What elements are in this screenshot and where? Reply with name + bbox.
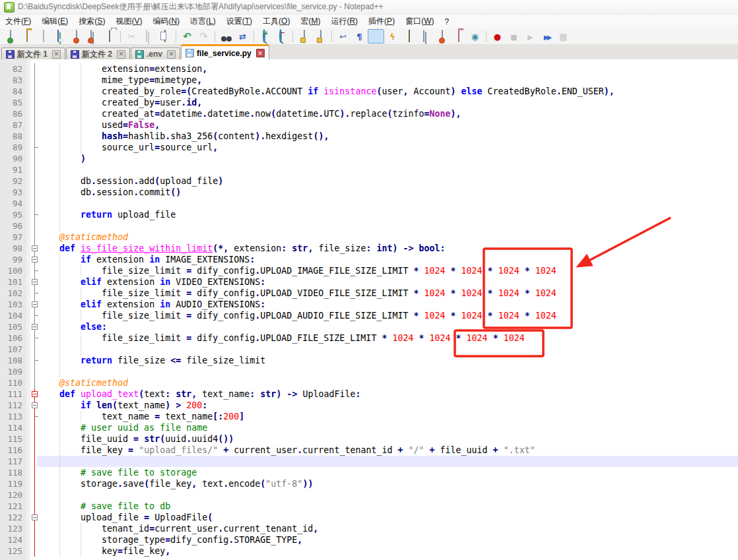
code-line[interactable]: text_name = text_name[:200] bbox=[38, 411, 244, 422]
menu-item-9[interactable]: 运行(R) bbox=[325, 14, 363, 29]
menu-item-5[interactable]: 语言(L) bbox=[185, 14, 221, 29]
fold-collapse-box[interactable] bbox=[32, 257, 38, 263]
code-line[interactable]: # save file to db bbox=[38, 501, 170, 512]
tab-close-icon[interactable]: ✕ bbox=[117, 50, 125, 59]
code-line[interactable]: created_by=user.id, bbox=[38, 97, 202, 108]
tab--2[interactable]: 新文件 2✕ bbox=[66, 47, 130, 60]
fold-collapse-box[interactable] bbox=[32, 324, 38, 330]
open-folder-button[interactable] bbox=[18, 29, 35, 44]
code-line[interactable]: created_at=datetime.datetime.now(datetim… bbox=[38, 108, 461, 119]
code-line[interactable]: @staticmethod bbox=[38, 377, 128, 389]
indent-guide-button[interactable] bbox=[368, 29, 384, 44]
menu-item-12[interactable]: ? bbox=[439, 15, 454, 28]
line-number: 112 bbox=[0, 400, 22, 411]
code-line[interactable]: elif extension in VIDEO_EXTENSIONS: bbox=[38, 276, 265, 288]
fold-collapse-box[interactable] bbox=[32, 402, 38, 408]
show-all-chars-button[interactable]: ¶ bbox=[351, 29, 368, 44]
code-line[interactable]: else: bbox=[38, 321, 107, 332]
open-folder-icon bbox=[26, 30, 28, 42]
menu-item-4[interactable]: 编码(N) bbox=[147, 14, 185, 29]
tab-close-icon[interactable]: ✕ bbox=[256, 49, 265, 57]
code-line[interactable]: upload_file = UploadFile( bbox=[38, 512, 213, 523]
tab-.env[interactable]: .env✕ bbox=[131, 47, 180, 60]
menu-item-1[interactable]: 编辑(E) bbox=[36, 14, 73, 29]
code-line[interactable]: created_by_role=(CreatedByRole.ACCOUNT i… bbox=[38, 86, 615, 97]
run-script-button[interactable] bbox=[434, 29, 450, 44]
menu-item-2[interactable]: 搜索(S) bbox=[73, 14, 110, 29]
menu-item-0[interactable]: 文件(F) bbox=[0, 14, 36, 29]
code-line[interactable]: mime_type=mimetype, bbox=[38, 75, 202, 86]
menu-item-8[interactable]: 宏(M) bbox=[295, 14, 325, 29]
code-line[interactable]: key=file_key, bbox=[38, 545, 170, 557]
doc-switcher-button[interactable] bbox=[417, 29, 434, 44]
code-line[interactable]: db.session.add(upload_file) bbox=[38, 175, 223, 187]
line-number: 92 bbox=[0, 175, 22, 187]
code-line[interactable]: elif extension in AUDIO_EXTENSIONS: bbox=[38, 299, 265, 310]
macro-run-multiple-button[interactable]: ▶▶ bbox=[539, 29, 555, 44]
tab-label: file_service.py bbox=[197, 49, 252, 58]
code-line[interactable]: # save file to storage bbox=[38, 467, 197, 478]
menu-item-10[interactable]: 插件(P) bbox=[363, 14, 400, 29]
code-line[interactable]: # user uuid as file name bbox=[38, 422, 207, 433]
tab-close-icon[interactable]: ✕ bbox=[167, 50, 176, 59]
function-list-button[interactable]: ϟ bbox=[384, 29, 401, 44]
menu-item-11[interactable]: 窗口(W) bbox=[400, 14, 439, 29]
replace-button[interactable]: ⇄ bbox=[234, 29, 251, 44]
close-button[interactable] bbox=[68, 29, 84, 44]
save-all-button[interactable] bbox=[51, 29, 68, 44]
code-line[interactable]: extension=extension, bbox=[38, 63, 207, 75]
macro-record-icon: ● bbox=[494, 30, 501, 42]
code-line[interactable]: hash=hashlib.sha3_256(content).hexdigest… bbox=[38, 131, 329, 142]
fold-collapse-box[interactable] bbox=[32, 514, 38, 520]
fold-collapse-box[interactable] bbox=[32, 391, 38, 397]
zoom-in-button[interactable]: + bbox=[257, 29, 273, 44]
tab-close-icon[interactable]: ✕ bbox=[52, 50, 61, 59]
monitoring-button[interactable]: ◉ bbox=[467, 29, 483, 44]
code-line[interactable]: def is_file_size_within_limit(*, extensi… bbox=[38, 243, 446, 254]
code-line[interactable]: if len(text_name) > 200: bbox=[38, 400, 207, 411]
code-line[interactable]: return upload_file bbox=[38, 209, 176, 220]
close-all-button[interactable] bbox=[84, 29, 101, 44]
code-line[interactable]: file_key = "upload_files/" + current_use… bbox=[38, 445, 535, 456]
word-wrap-button[interactable]: ↩ bbox=[335, 29, 351, 44]
code-line[interactable]: def upload_text(text: str, text_name: st… bbox=[38, 389, 361, 400]
code-line[interactable]: @staticmethod bbox=[38, 232, 128, 243]
menu-item-7[interactable]: 工具(O) bbox=[257, 14, 295, 29]
code-editor[interactable]: 82 extension=extension,83 mime_type=mime… bbox=[0, 59, 738, 560]
code-line[interactable]: return file_size <= file_size_limit bbox=[38, 355, 265, 366]
code-line[interactable]: ) bbox=[38, 153, 86, 164]
code-line[interactable]: tenant_id=current_user.current_tenant_id… bbox=[38, 523, 318, 534]
new-file-button[interactable] bbox=[2, 29, 18, 44]
code-line[interactable]: db.session.commit() bbox=[38, 187, 181, 198]
sync-scroll-v-button[interactable] bbox=[296, 29, 312, 44]
fold-line bbox=[34, 377, 35, 389]
sync-scroll-h-button[interactable] bbox=[312, 29, 329, 44]
code-line[interactable]: source_url=source_url, bbox=[38, 142, 218, 153]
fold-collapse-box[interactable] bbox=[32, 245, 38, 251]
macro-record-button[interactable]: ● bbox=[489, 29, 506, 44]
folder-workspace-button[interactable] bbox=[450, 29, 467, 44]
code-line[interactable]: file_uuid = str(uuid.uuid4()) bbox=[38, 433, 234, 445]
print-button[interactable] bbox=[101, 29, 117, 44]
paste-button[interactable] bbox=[156, 29, 173, 44]
code-line[interactable]: storage.save(file_key, text.encode("utf-… bbox=[38, 478, 313, 489]
document-map-button[interactable] bbox=[401, 29, 417, 44]
line-number: 105 bbox=[0, 321, 22, 332]
menu-item-3[interactable]: 视图(V) bbox=[110, 14, 147, 29]
fold-collapse-box[interactable] bbox=[32, 301, 38, 307]
code-line[interactable]: file_size_limit = dify_config.UPLOAD_IMA… bbox=[38, 265, 556, 276]
undo-button[interactable]: ↶ bbox=[179, 29, 195, 44]
code-line[interactable]: file_size_limit = dify_config.UPLOAD_AUD… bbox=[38, 310, 556, 321]
zoom-out-button[interactable]: − bbox=[273, 29, 290, 44]
menu-item-6[interactable]: 设置(T) bbox=[221, 14, 257, 29]
code-line[interactable]: if extension in IMAGE_EXTENSIONS: bbox=[38, 254, 255, 265]
notepadpp-icon bbox=[4, 2, 15, 13]
code-line[interactable]: used=False, bbox=[38, 119, 160, 131]
code-line[interactable]: storage_type=dify_config.STORAGE_TYPE, bbox=[38, 534, 302, 545]
fold-collapse-box[interactable] bbox=[32, 279, 38, 285]
tab--1[interactable]: 新文件 1✕ bbox=[1, 47, 65, 60]
tab-file_service.py[interactable]: file_service.py✕ bbox=[181, 44, 269, 60]
find-button[interactable] bbox=[218, 29, 234, 44]
code-line[interactable]: file_size_limit = dify_config.UPLOAD_FIL… bbox=[38, 332, 525, 344]
code-line[interactable]: file_size_limit = dify_config.UPLOAD_VID… bbox=[38, 288, 556, 299]
